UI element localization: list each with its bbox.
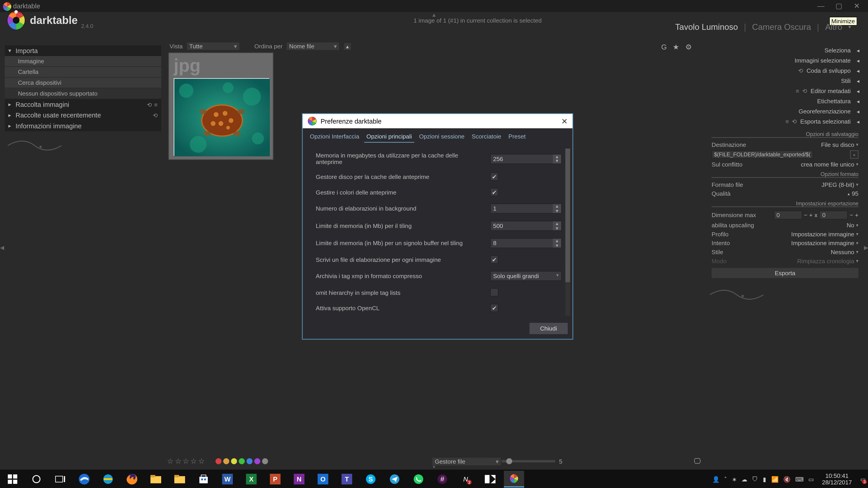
tb-darktable[interactable] <box>504 471 524 488</box>
tab-other-chevron-icon[interactable]: ▾ <box>848 24 851 30</box>
import-folder-button[interactable]: Cartella <box>5 67 161 78</box>
export-dest-select[interactable]: File su disco▾ <box>821 141 858 148</box>
star-1-icon[interactable]: ☆ <box>167 457 174 465</box>
export-maxdim-h-plus[interactable]: + <box>855 212 858 219</box>
imageinfo-header[interactable]: ▸Informazioni immagine <box>5 121 161 131</box>
dialog-close-footer-button[interactable]: Chiudi <box>529 323 568 334</box>
export-style-select[interactable]: Nessuno▾ <box>831 249 859 255</box>
collect-presets-icon[interactable]: ≡ <box>154 101 158 108</box>
tray-language-icon[interactable]: ⌨ <box>795 476 804 482</box>
tb-firefox[interactable] <box>122 471 142 488</box>
export-profile-select[interactable]: Impostazione immagine▾ <box>791 231 858 237</box>
dialog-close-button[interactable]: ✕ <box>561 117 568 126</box>
export-header[interactable]: ≡⟲Esporta selezionati◂ <box>707 116 863 127</box>
tray-battery-icon[interactable]: ▮ <box>763 476 767 482</box>
pref-combo-7[interactable]: Solo quelli grandi <box>490 271 562 281</box>
tb-skype[interactable]: S <box>361 471 381 488</box>
pref-spin-down-5[interactable]: ▼ <box>553 243 561 248</box>
window-close-button[interactable]: ✕ <box>848 2 866 10</box>
dialog-scrollbar[interactable] <box>565 149 570 316</box>
dialog-tab-3[interactable]: Scorciatoie <box>469 131 504 142</box>
export-maxdim-w-plus[interactable]: + <box>809 212 813 219</box>
tab-lighttable[interactable]: Tavolo Luminoso <box>675 22 738 32</box>
zoom-slider[interactable] <box>502 460 556 462</box>
import-image-button[interactable]: Immagine <box>5 56 161 67</box>
tb-whatsapp[interactable] <box>408 471 429 488</box>
color-label-0[interactable] <box>215 458 221 464</box>
export-maxdim-h-minus[interactable]: − <box>850 212 853 219</box>
layout-select[interactable]: Gestore file <box>432 457 502 466</box>
collapse-left-icon[interactable]: ◀ <box>0 244 4 250</box>
color-label-6[interactable] <box>262 458 268 464</box>
pref-spin-input-3[interactable] <box>491 204 553 213</box>
tb-explorer[interactable] <box>146 471 166 488</box>
pref-spin-up-0[interactable]: ▲ <box>553 154 561 159</box>
tray-keyboard-icon[interactable]: ▭ <box>808 476 814 482</box>
tb-powerpoint[interactable]: P <box>265 471 285 488</box>
dialog-tab-0[interactable]: Opzioni Interfaccia <box>307 131 362 142</box>
pref-check-2[interactable]: ✔ <box>490 188 498 196</box>
export-format-select[interactable]: JPEG (8-bit)▾ <box>822 182 859 188</box>
export-conflict-select[interactable]: crea nome file unico▾ <box>801 161 859 168</box>
pref-check-8[interactable] <box>490 288 498 297</box>
export-path-browse-button[interactable]: ▫ <box>850 151 859 159</box>
export-maxdim-width[interactable]: 0 <box>774 210 802 220</box>
tab-darkroom[interactable]: Camera Oscura <box>752 22 811 32</box>
recent-reset-icon[interactable]: ⟲ <box>153 112 158 119</box>
pref-spin-down-4[interactable]: ▼ <box>553 226 561 230</box>
tb-slack[interactable]: # <box>432 471 453 488</box>
color-label-2[interactable] <box>231 458 237 464</box>
tb-excel[interactable]: X <box>241 471 261 488</box>
export-button[interactable]: Esporta <box>712 268 859 278</box>
tray-onedrive-icon[interactable]: ☁ <box>741 476 747 482</box>
queue-reset-icon[interactable]: ⟲ <box>798 67 803 74</box>
metadata-presets-icon[interactable]: ≡ <box>796 88 799 94</box>
export-quality-value[interactable]: ▴95 <box>848 190 859 197</box>
tray-people-icon[interactable]: 👤 <box>712 476 719 482</box>
rating-stars[interactable]: ☆☆☆☆☆ <box>167 457 205 465</box>
view-select[interactable]: Tutte <box>186 42 240 51</box>
pref-spin-5[interactable]: ▲▼ <box>490 238 562 248</box>
tb-app-bw[interactable] <box>480 471 500 488</box>
tb-store[interactable] <box>193 471 214 488</box>
thumbnail[interactable]: jpg <box>168 53 274 160</box>
pref-spin-3[interactable]: ▲▼ <box>490 203 562 214</box>
tray-wifi-icon[interactable]: 📶 <box>771 476 778 482</box>
tagging-header[interactable]: Etichettatura◂ <box>707 96 863 106</box>
sort-select[interactable]: Nome file <box>286 42 340 51</box>
selected-images-header[interactable]: Immagini selezionate◂ <box>707 56 863 66</box>
export-upscale-select[interactable]: No▾ <box>846 222 858 228</box>
tab-other[interactable]: Altro <box>825 22 842 32</box>
tray-security-icon[interactable]: ⛉ <box>752 476 758 482</box>
tray-notifications-icon[interactable]: ▭3 <box>860 476 866 482</box>
pref-check-6[interactable]: ✔ <box>490 255 498 264</box>
dialog-tab-1[interactable]: Opzioni principali <box>364 131 414 142</box>
tb-teams[interactable]: T <box>337 471 357 488</box>
star-4-icon[interactable]: ☆ <box>190 457 197 465</box>
color-label-3[interactable] <box>239 458 245 464</box>
metadata-reset-icon[interactable]: ⟲ <box>802 88 807 94</box>
tray-bluetooth-icon[interactable]: ∗ <box>732 476 737 482</box>
tb-onenote[interactable]: N <box>289 471 309 488</box>
tb-telegram[interactable] <box>384 471 405 488</box>
collect-reset-icon[interactable]: ⟲ <box>147 101 152 108</box>
star-3-icon[interactable]: ☆ <box>183 457 189 465</box>
star-2-icon[interactable]: ☆ <box>175 457 182 465</box>
tray-volume-icon[interactable]: 🔇 <box>783 476 790 482</box>
pref-spin-0[interactable]: ▲▼ <box>490 154 562 164</box>
dialog-tab-4[interactable]: Preset <box>506 131 528 142</box>
pref-check-1[interactable]: ✔ <box>490 172 498 181</box>
collapse-top-icon[interactable]: ▲ <box>431 12 437 18</box>
tb-explorer2[interactable] <box>169 471 190 488</box>
recent-header[interactable]: ▸Raccolte usate recentemente⟲ <box>5 110 161 121</box>
select-header[interactable]: Seleziona◂ <box>707 45 863 56</box>
export-path-input[interactable] <box>712 151 813 159</box>
export-presets-icon[interactable]: ≡ <box>785 118 789 125</box>
display-profile-icon[interactable]: 🖵 <box>694 457 701 465</box>
pref-spin-up-4[interactable]: ▲ <box>553 221 561 226</box>
tb-app-n[interactable]: N3 <box>456 471 476 488</box>
pref-spin-up-5[interactable]: ▲ <box>553 238 561 243</box>
pref-spin-up-3[interactable]: ▲ <box>553 204 561 208</box>
tray-clock[interactable]: 10:50:41 28/12/2017 <box>818 473 856 486</box>
pref-spin-input-0[interactable] <box>491 154 553 163</box>
